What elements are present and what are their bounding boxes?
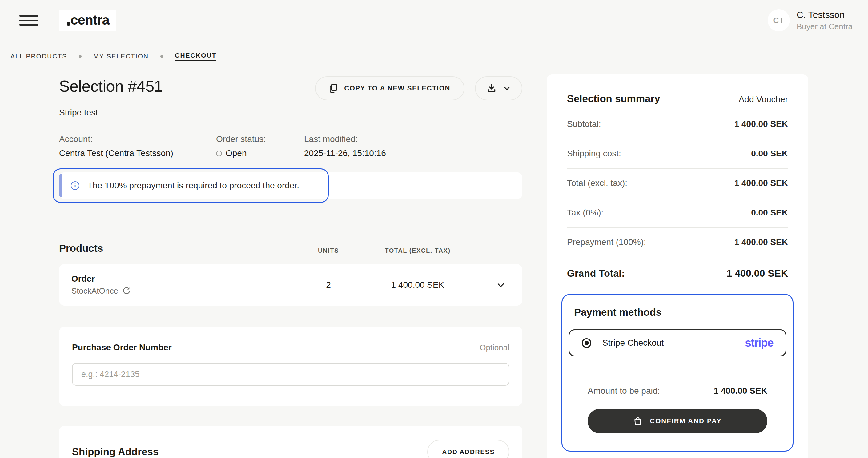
notice-text: The 100% prepayment is required to proce… — [87, 181, 299, 190]
selection-subtitle: Stripe test — [59, 108, 522, 118]
user-menu[interactable]: CT C. Testsson Buyer at Centra — [768, 9, 852, 31]
products-title: Products — [59, 243, 301, 254]
radio-selected-icon[interactable] — [582, 338, 591, 348]
shipping-address-card: Shipping Address ADD ADDRESS — [59, 426, 522, 458]
add-voucher-link[interactable]: Add Voucher — [739, 94, 788, 104]
breadcrumb-separator-dot — [160, 55, 163, 58]
payment-methods-title: Payment methods — [574, 307, 786, 318]
breadcrumb-checkout[interactable]: CHECKOUT — [175, 52, 216, 61]
info-icon: i — [71, 181, 80, 190]
product-units: 2 — [326, 280, 331, 290]
breadcrumb-all-products[interactable]: ALL PRODUCTS — [10, 53, 67, 60]
order-status-value: Open — [216, 148, 304, 158]
download-menu-button[interactable] — [475, 76, 522, 100]
amount-to-be-paid-row: Amount to be paid: 1 400.00 SEK — [588, 386, 767, 396]
confirm-button-label: CONFIRM AND PAY — [650, 417, 721, 425]
payment-method-label: Stripe Checkout — [602, 338, 663, 348]
copy-button-label: COPY TO A NEW SELECTION — [344, 84, 450, 92]
download-icon — [487, 84, 496, 93]
product-row[interactable]: Order StockAtOnce 2 1 400.00 SEK — [59, 264, 522, 306]
product-total: 1 400.00 SEK — [391, 280, 444, 290]
page-title: Selection #451 — [59, 76, 163, 96]
purchase-order-card: Purchase Order Number Optional — [59, 327, 522, 406]
breadcrumb: ALL PRODUCTS MY SELECTION CHECKOUT — [10, 52, 868, 61]
payment-methods-box: Payment methods Stripe Checkout stripe A… — [561, 294, 794, 452]
section-divider — [59, 217, 522, 217]
refresh-icon — [123, 287, 130, 295]
prepayment-notice: i The 100% prepayment is required to pro… — [59, 172, 522, 199]
confirm-and-pay-button[interactable]: CONFIRM AND PAY — [588, 409, 767, 433]
user-role: Buyer at Centra — [797, 22, 852, 31]
centra-logo[interactable]: centra — [59, 10, 116, 31]
selection-meta: Account: Centra Test (Centra Testsson) O… — [59, 134, 522, 158]
chevron-down-icon — [503, 85, 510, 92]
account-label: Account: — [59, 134, 216, 144]
summary-row-total-excl-tax: Total (excl. tax): 1 400.00 SEK — [567, 169, 788, 198]
last-modified-value: 2025-11-26, 15:10:16 — [304, 148, 386, 158]
expand-row-chevron-icon[interactable] — [496, 280, 505, 289]
selection-summary-panel: Selection summary Add Voucher Subtotal: … — [547, 74, 808, 458]
summary-row-grand-total: Grand Total: 1 400.00 SEK — [567, 257, 788, 283]
summary-title: Selection summary — [567, 93, 660, 105]
summary-row-subtotal: Subtotal: 1 400.00 SEK — [567, 110, 788, 139]
optional-badge: Optional — [479, 343, 509, 353]
summary-row-shipping: Shipping cost: 0.00 SEK — [567, 139, 788, 169]
copy-to-new-selection-button[interactable]: COPY TO A NEW SELECTION — [315, 76, 464, 100]
summary-row-prepayment: Prepayment (100%): 1 400.00 SEK — [567, 228, 788, 257]
shopping-bag-icon — [633, 417, 642, 426]
summary-row-tax: Tax (0%): 0.00 SEK — [567, 198, 788, 228]
product-name: Order — [59, 274, 301, 284]
units-column-header: UNITS — [318, 247, 339, 254]
avatar[interactable]: CT — [768, 9, 790, 31]
payment-method-stripe-checkout[interactable]: Stripe Checkout stripe — [568, 329, 786, 357]
add-address-button[interactable]: ADD ADDRESS — [427, 440, 509, 458]
purchase-order-input[interactable] — [72, 363, 509, 386]
account-value: Centra Test (Centra Testsson) — [59, 148, 216, 158]
user-name: C. Testsson — [797, 9, 852, 20]
product-delivery: StockAtOnce — [71, 286, 118, 296]
copy-icon — [329, 84, 338, 93]
logo-text: centra — [67, 12, 109, 28]
top-bar: centra CT C. Testsson Buyer at Centra — [0, 0, 868, 34]
stripe-logo: stripe — [745, 336, 773, 349]
notice-accent-bar — [59, 174, 62, 197]
purchase-order-label: Purchase Order Number — [72, 343, 172, 353]
breadcrumb-my-selection[interactable]: MY SELECTION — [93, 53, 149, 60]
shipping-address-title: Shipping Address — [72, 446, 158, 458]
order-status-label: Order status: — [216, 134, 304, 144]
status-open-icon — [216, 151, 222, 156]
last-modified-label: Last modified: — [304, 134, 386, 144]
menu-icon[interactable] — [20, 13, 38, 27]
breadcrumb-separator-dot — [79, 55, 82, 58]
total-column-header: TOTAL (EXCL. TAX) — [385, 247, 451, 254]
